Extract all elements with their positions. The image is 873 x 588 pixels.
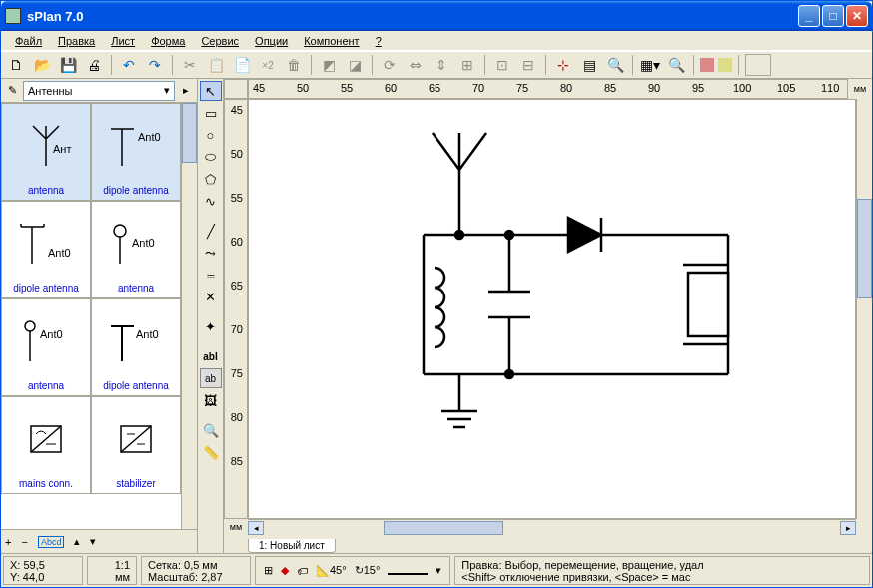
measure-tool[interactable]: 📏 [200, 442, 222, 462]
app-icon [5, 8, 21, 24]
line-tool[interactable]: ╱ [200, 221, 222, 241]
library-item-label: antenna [28, 185, 64, 196]
svg-point-5 [25, 321, 35, 331]
delete-button[interactable]: 🗑 [283, 54, 305, 76]
node-tool[interactable]: ✦ [200, 316, 222, 336]
paste-button[interactable]: 📄 [231, 54, 253, 76]
minimize-button[interactable]: _ [798, 5, 820, 27]
lib-up-icon[interactable]: ▴ [74, 535, 80, 548]
rotate-button[interactable]: ⟳ [379, 54, 401, 76]
color1-button[interactable] [700, 58, 714, 72]
library-item[interactable]: Ant0 dipole antenna [91, 298, 181, 396]
color2-button[interactable] [718, 58, 732, 72]
wire-tool[interactable]: ⎓ [200, 265, 222, 285]
library-item[interactable]: Ant0 dipole antenna [1, 201, 91, 298]
redo-button[interactable]: ↷ [144, 54, 166, 76]
library-chevron-icon[interactable]: ▸ [177, 82, 195, 100]
circle-tool[interactable]: ○ [200, 125, 222, 145]
zoom-tool[interactable]: 🔍 [200, 420, 222, 440]
menu-options[interactable]: Опции [247, 33, 296, 49]
close-button[interactable]: ✕ [846, 5, 868, 27]
sheet-tab[interactable]: 1: Новый лист [248, 539, 336, 553]
main-toolbar: 🗋 📂 💾 🖨 ↶ ↷ ✂ 📋 📄 ×2 🗑 ◩ ◪ ⟳ ⇔ ⇕ ⊞ ⊡ ⊟ ⊹… [1, 51, 872, 79]
list-button[interactable]: ▤ [578, 54, 600, 76]
library-item-label: dipole antenna [13, 283, 79, 294]
status-coords: X: 59,5 Y: 44,0 [3, 556, 83, 585]
titlebar: sPlan 7.0 _ □ ✕ [1, 1, 872, 31]
ungroup-button[interactable]: ⊟ [517, 54, 539, 76]
group-button[interactable]: ⊡ [491, 54, 513, 76]
library-item[interactable]: Ant0 antenna [1, 298, 91, 396]
menu-edit[interactable]: Правка [50, 33, 103, 49]
print-button[interactable]: 🖨 [83, 54, 105, 76]
undo-button[interactable]: ↶ [118, 54, 140, 76]
open-button[interactable]: 📂 [31, 54, 53, 76]
svg-point-3 [114, 225, 126, 237]
line-style[interactable] [388, 573, 428, 575]
duplicate-button[interactable]: ×2 [257, 54, 279, 76]
image-tool[interactable]: 🖼 [200, 390, 222, 410]
tag-icon[interactable]: 🏷 [297, 565, 308, 577]
menu-file[interactable]: Файл [7, 33, 50, 49]
svg-text:Ant0: Ant0 [40, 328, 63, 340]
drawing-canvas[interactable] [248, 99, 856, 519]
cut-button[interactable]: ✂ [179, 54, 201, 76]
layers-button[interactable]: ▦▾ [639, 54, 661, 76]
pointer-tool[interactable]: ↖ [200, 81, 222, 101]
lib-text-icon[interactable]: Abcd [38, 536, 65, 548]
label-tool[interactable]: abl [200, 346, 222, 366]
menu-help[interactable]: ? [368, 33, 390, 49]
menu-service[interactable]: Сервис [193, 33, 247, 49]
snap-icon[interactable]: ◆ [281, 564, 289, 577]
rect-tool[interactable]: ▭ [200, 103, 222, 123]
chevron-down-icon: ▾ [164, 84, 170, 97]
flipv-button[interactable]: ⇕ [431, 54, 452, 76]
snap-button[interactable]: ⊹ [552, 54, 574, 76]
angle-icon[interactable]: 📐45° [316, 564, 347, 577]
junction-tool[interactable]: ✕ [200, 287, 222, 306]
align-button[interactable]: ⊞ [456, 54, 478, 76]
status-scale: 1:1 мм [87, 556, 137, 585]
lib-down-icon[interactable]: ▾ [90, 535, 96, 548]
menu-sheet[interactable]: Лист [103, 33, 143, 49]
menu-form[interactable]: Форма [143, 33, 193, 49]
library-item[interactable]: stabilizer [91, 396, 181, 494]
lib-add-icon[interactable]: + [5, 536, 11, 548]
rotate-icon[interactable]: ↻15° [355, 564, 381, 577]
bezier-tool[interactable]: ⤳ [200, 243, 222, 263]
menu-component[interactable]: Компонент [296, 33, 367, 49]
status-bar: X: 59,5 Y: 44,0 1:1 мм Сетка: 0,5 мм Мас… [1, 553, 872, 587]
ruler-unit-v: мм [224, 519, 248, 535]
library-item[interactable]: Ant0 antenna [91, 201, 181, 298]
library-dropdown[interactable]: Антенны ▾ [23, 81, 175, 101]
curve-tool[interactable]: ∿ [200, 191, 222, 211]
save-button[interactable]: 💾 [57, 54, 79, 76]
poly-tool[interactable]: ⬠ [200, 169, 222, 189]
library-item[interactable]: Ант antenna [1, 103, 91, 201]
find-button[interactable]: 🔍 [604, 54, 626, 76]
line-dropdown[interactable]: ▾ [436, 564, 441, 577]
ruler-corner [224, 79, 248, 99]
maximize-button[interactable]: □ [822, 5, 844, 27]
ellipse-tool[interactable]: ⬭ [200, 147, 222, 167]
copy-button[interactable]: 📋 [205, 54, 227, 76]
lib-remove-icon[interactable]: − [21, 536, 27, 548]
new-button[interactable]: 🗋 [5, 54, 27, 76]
library-edit-icon[interactable]: ✎ [3, 82, 21, 100]
back-button[interactable]: ◪ [344, 54, 366, 76]
horizontal-scrollbar[interactable]: ◂ ▸ [248, 519, 856, 535]
library-scrollbar[interactable] [181, 103, 197, 529]
library-item[interactable]: mains conn. [1, 396, 91, 494]
vertical-scrollbar[interactable] [856, 99, 872, 519]
zoom-button[interactable]: 🔍 [665, 54, 687, 76]
grid-icon[interactable]: ⊞ [264, 564, 273, 577]
front-button[interactable]: ◩ [318, 54, 340, 76]
extra-button[interactable] [745, 54, 771, 76]
library-dropdown-value: Антенны [28, 85, 73, 97]
library-item[interactable]: Ant0 dipole antenna [91, 103, 181, 201]
library-item-label: stabilizer [116, 478, 155, 489]
text-tool[interactable]: ab [200, 368, 222, 388]
horizontal-ruler: 45 50 55 60 65 70 75 80 85 90 95 100 [248, 79, 848, 99]
fliph-button[interactable]: ⇔ [405, 54, 427, 76]
library-item-label: antenna [118, 283, 154, 294]
